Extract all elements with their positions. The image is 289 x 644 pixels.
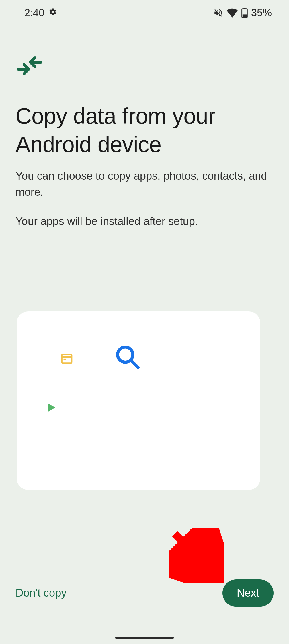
svg-line-8 bbox=[175, 534, 212, 571]
mute-icon bbox=[213, 8, 223, 18]
status-time: 2:40 bbox=[24, 7, 44, 19]
search-icon bbox=[114, 343, 142, 372]
gear-icon bbox=[48, 7, 57, 19]
page-title: Copy data from your Android device bbox=[15, 102, 274, 159]
navigation-handle[interactable] bbox=[115, 637, 174, 639]
battery-icon bbox=[241, 8, 248, 18]
annotation-arrow bbox=[169, 528, 224, 584]
transfer-arrows-icon bbox=[17, 56, 42, 77]
svg-rect-5 bbox=[64, 359, 66, 360]
illustration-card bbox=[17, 311, 260, 490]
status-left: 2:40 bbox=[24, 7, 57, 19]
calendar-icon bbox=[60, 352, 73, 366]
svg-rect-1 bbox=[243, 8, 245, 9]
next-button[interactable]: Next bbox=[222, 579, 274, 607]
status-bar: 2:40 35% bbox=[0, 0, 289, 26]
body-paragraph-2: Your apps will be installed after setup. bbox=[15, 213, 274, 229]
svg-line-7 bbox=[131, 360, 138, 368]
page-body: You can choose to copy apps, photos, con… bbox=[15, 168, 274, 230]
battery-pct: 35% bbox=[251, 7, 272, 19]
footer: Don't copy Next bbox=[0, 579, 289, 607]
svg-rect-3 bbox=[62, 354, 72, 363]
dont-copy-button[interactable]: Don't copy bbox=[15, 587, 67, 599]
wifi-icon bbox=[226, 8, 238, 18]
body-paragraph-1: You can choose to copy apps, photos, con… bbox=[15, 168, 274, 200]
status-right: 35% bbox=[213, 7, 272, 19]
svg-rect-2 bbox=[243, 14, 247, 17]
play-icon bbox=[45, 401, 57, 415]
